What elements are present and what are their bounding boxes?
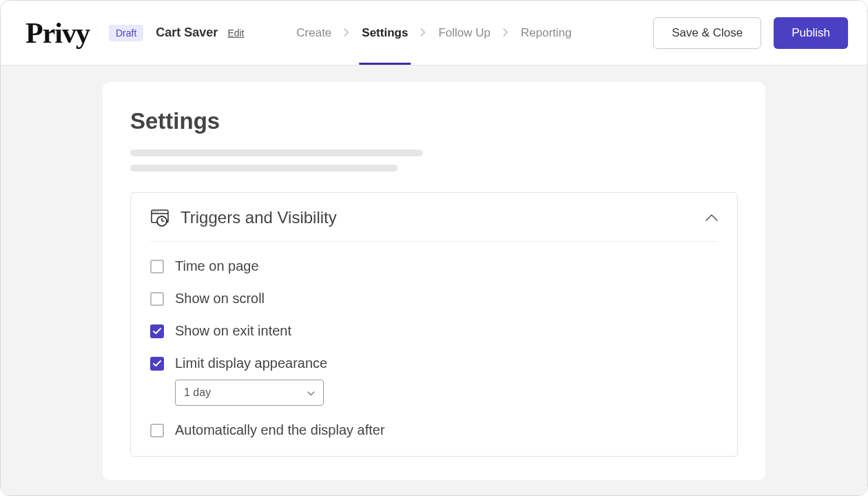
option-limit-display-appearance: Limit display appearance: [150, 355, 718, 371]
limit-display-select[interactable]: 1 day: [175, 380, 324, 406]
step-settings[interactable]: Settings: [359, 1, 411, 65]
option-label: Show on scroll: [175, 291, 265, 307]
chevron-right-icon: [344, 28, 349, 39]
triggers-icon: [150, 208, 169, 227]
option-label: Show on exit intent: [175, 323, 291, 339]
limit-display-select-wrap: 1 day: [175, 380, 718, 406]
chevron-right-icon: [503, 28, 508, 39]
select-value: 1 day: [184, 386, 211, 399]
checkbox-auto-end-display[interactable]: [150, 424, 164, 437]
step-nav: Create Settings Follow Up Reporting: [293, 1, 574, 65]
step-follow-up[interactable]: Follow Up: [435, 1, 493, 65]
campaign-name: Cart Saver: [156, 25, 218, 40]
option-auto-end-display: Automatically end the display after: [150, 422, 718, 438]
chevron-right-icon: [420, 28, 426, 39]
chevron-up-icon[interactable]: [705, 211, 718, 224]
placeholder-line: [130, 149, 423, 156]
svg-point-3: [155, 211, 156, 212]
topbar: Privy Draft Cart Saver Edit Create Setti…: [1, 1, 867, 65]
svg-point-2: [153, 211, 154, 212]
step-create[interactable]: Create: [293, 1, 334, 65]
checkbox-show-on-scroll[interactable]: [150, 292, 164, 306]
logo: Privy: [25, 19, 90, 48]
publish-button[interactable]: Publish: [774, 17, 848, 49]
edit-link[interactable]: Edit: [227, 28, 244, 39]
content-area: Settings: [1, 65, 867, 495]
chevron-down-icon: [307, 386, 315, 399]
checkbox-limit-display-appearance[interactable]: [150, 357, 164, 371]
triggers-visibility-panel: Triggers and Visibility Time on page: [130, 192, 738, 457]
option-time-on-page: Time on page: [150, 258, 718, 274]
option-label: Time on page: [175, 258, 259, 274]
option-show-on-exit-intent: Show on exit intent: [150, 323, 718, 339]
save-close-button[interactable]: Save & Close: [653, 17, 761, 49]
option-show-on-scroll: Show on scroll: [150, 291, 718, 307]
page-title: Settings: [130, 108, 738, 134]
settings-card: Settings: [103, 82, 765, 480]
panel-header[interactable]: Triggers and Visibility: [150, 208, 718, 242]
option-label: Automatically end the display after: [175, 422, 385, 438]
draft-badge: Draft: [109, 25, 143, 41]
placeholder-line: [130, 165, 397, 172]
panel-title: Triggers and Visibility: [180, 208, 337, 227]
checkbox-time-on-page[interactable]: [150, 260, 164, 273]
checkbox-show-on-exit-intent[interactable]: [150, 324, 164, 338]
step-reporting[interactable]: Reporting: [518, 1, 575, 65]
option-label: Limit display appearance: [175, 355, 327, 371]
svg-point-4: [157, 211, 158, 212]
